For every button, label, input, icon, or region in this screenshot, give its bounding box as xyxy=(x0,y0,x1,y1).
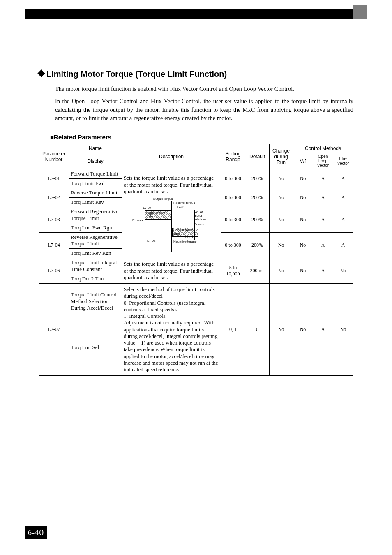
cell-vf: No xyxy=(293,207,313,233)
section-rule xyxy=(39,67,353,67)
th-open-loop: Open Loop Vector xyxy=(313,153,333,169)
page-number-value: 40 xyxy=(35,527,44,537)
th-change: Change during Run xyxy=(270,144,293,169)
cell-olv: A xyxy=(313,284,333,376)
cell-change: No xyxy=(270,233,293,258)
desc-shared-text: Sets the torque limit value as a percent… xyxy=(124,175,219,195)
cell-param-num: L7-06 xyxy=(39,258,69,284)
table-row: L7-07 Torque Limit Control Method Select… xyxy=(39,284,353,319)
table-row: L7-01 Forward Torque Limit Sets the torq… xyxy=(39,169,353,179)
content-area: Limiting Motor Torque (Torque Limit Func… xyxy=(39,67,353,376)
cell-description: Sets the torque limit value as a percent… xyxy=(122,258,221,284)
desc-line: 1: Integral Controls xyxy=(124,313,219,319)
diagram-label: L7-03 xyxy=(185,236,193,240)
table-head: Parameter Number Name Description Settin… xyxy=(39,144,353,169)
cell-description-shared: Sets the torque limit value as a percent… xyxy=(122,169,221,258)
diagram-label: No. of motor rotations xyxy=(194,210,208,221)
section-title: Limiting Motor Torque (Torque Limit Func… xyxy=(39,69,353,79)
cell-change: No xyxy=(270,207,293,233)
cell-range: 0, 1 xyxy=(221,284,245,376)
cell-flux: No xyxy=(333,258,353,284)
cell-flux: No xyxy=(333,284,353,376)
cell-change: No xyxy=(270,284,293,376)
cell-name: Forward Regenerative Torque Limit xyxy=(69,207,122,223)
cell-default: 200% xyxy=(245,169,270,188)
cell-flux: A xyxy=(333,188,353,207)
th-default: Default xyxy=(245,144,270,169)
cell-olv: A xyxy=(313,233,333,258)
diagram-label: L7-02 xyxy=(147,239,155,243)
cell-name: Torque Limit Control Method Selection Du… xyxy=(69,284,122,319)
cell-param-num: L7-03 xyxy=(39,207,69,233)
cell-range: 0 to 300 xyxy=(221,233,245,258)
cell-change: No xyxy=(270,169,293,188)
cell-display: Torq Lmt Sel xyxy=(69,319,122,376)
diagram-label: L7-04 xyxy=(143,206,151,210)
page-number: 6-40 xyxy=(25,526,47,539)
cell-default: 200% xyxy=(245,207,270,233)
th-display: Display xyxy=(69,153,122,169)
cell-param-num: L7-04 xyxy=(39,233,69,258)
th-vf: V/f xyxy=(293,153,313,169)
cell-vf: No xyxy=(293,188,313,207)
cell-name: Reverse Torque Limit xyxy=(69,188,122,198)
header-tab xyxy=(353,5,367,19)
desc-line: 0: Proportional Controls (uses integral … xyxy=(124,300,219,313)
page-chapter: 6 xyxy=(28,529,32,537)
desc-line: Adjustment is not normally required. Wit… xyxy=(124,319,219,373)
diagram-box-regen: Regenerative state xyxy=(145,210,171,220)
cell-change: No xyxy=(270,188,293,207)
cell-param-num: L7-02 xyxy=(39,188,69,207)
section-title-text: Limiting Motor Torque (Torque Limit Func… xyxy=(46,69,227,79)
filled-square-icon: ■ xyxy=(50,134,54,141)
th-description: Description xyxy=(122,144,221,169)
cell-range: 0 to 300 xyxy=(221,207,245,233)
intro-paragraph-1: The motor torque limit function is enabl… xyxy=(55,85,353,93)
table-row: L7-06 Torque Limit Integral Time Constan… xyxy=(39,258,353,274)
cell-range: 5 to 10,000 xyxy=(221,258,245,284)
desc-line: Selects the method of torque limit contr… xyxy=(124,286,219,300)
cell-display: Torq Lmt Fwd Rgn xyxy=(69,223,122,233)
cell-param-num: L7-07 xyxy=(39,284,69,376)
cell-default: 200 ms xyxy=(245,258,270,284)
subheading-text: Related Parameters xyxy=(54,134,111,141)
th-name: Name xyxy=(69,144,122,153)
cell-name: Forward Torque Limit xyxy=(69,169,122,179)
cell-name: Reverse Regenerative Torque Limit xyxy=(69,233,122,249)
header-band xyxy=(25,9,367,19)
cell-flux: A xyxy=(333,169,353,188)
cell-name: Torque Limit Integral Time Constant xyxy=(69,258,122,274)
cell-change: No xyxy=(270,258,293,284)
cell-range: 0 to 300 xyxy=(221,169,245,188)
cell-display: Torq Lmt Rev Rgn xyxy=(69,249,122,258)
cell-vf: No xyxy=(293,284,313,376)
th-param-number: Parameter Number xyxy=(39,144,69,169)
cell-param-num: L7-01 xyxy=(39,169,69,188)
cell-display: Torq Limit Fwd xyxy=(69,179,122,188)
intro-paragraph-2: In the Open Loop Vector Control and Flux… xyxy=(55,97,353,122)
th-flux: Flux Vector xyxy=(333,153,353,169)
cell-vf: No xyxy=(293,169,313,188)
cell-vf: No xyxy=(293,233,313,258)
table-body: L7-01 Forward Torque Limit Sets the torq… xyxy=(39,169,353,376)
diagram-label: L7-01 xyxy=(177,206,185,209)
cell-display: Torq Limit Rev xyxy=(69,198,122,207)
cell-display: Torq Det 2 Tim xyxy=(69,274,122,284)
parameter-table: Parameter Number Name Description Settin… xyxy=(39,144,353,376)
diagram-label: Output torque xyxy=(153,197,173,201)
cell-olv: A xyxy=(313,188,333,207)
cell-olv: A xyxy=(313,258,333,284)
diagram-vaxis xyxy=(171,201,172,252)
page: Limiting Motor Torque (Torque Limit Func… xyxy=(0,0,392,555)
diagram-label: Reverse xyxy=(132,219,145,222)
cell-default: 200% xyxy=(245,188,270,207)
subheading-related: ■Related Parameters xyxy=(50,134,353,141)
diagram-label: Positive torque xyxy=(173,201,195,205)
cell-range: 0 to 300 xyxy=(221,188,245,207)
cell-olv: A xyxy=(313,169,333,188)
cell-flux: A xyxy=(333,233,353,258)
quadrant-diagram: Output torque Positive torque L7-01 Rege… xyxy=(132,198,210,252)
cell-vf: No xyxy=(293,258,313,284)
diamond-bullet-icon xyxy=(37,69,45,77)
th-control-methods: Control Methods xyxy=(293,144,353,153)
